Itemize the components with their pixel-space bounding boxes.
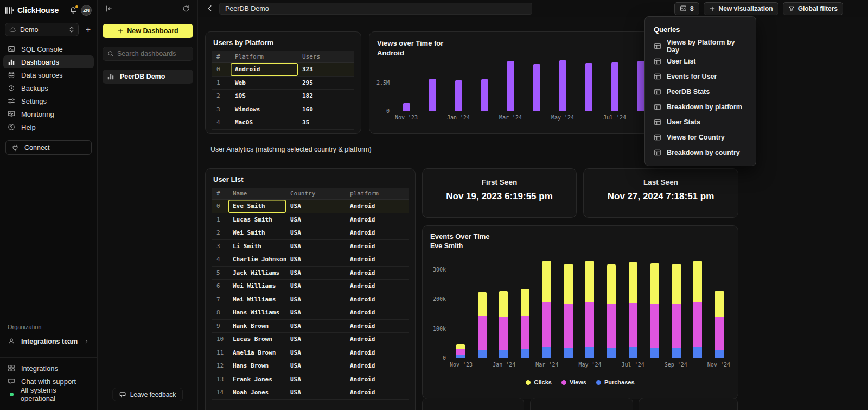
table-row[interactable]: 1Lucas SmithUSAAndroid (212, 213, 409, 227)
table-cell[interactable]: USA (286, 320, 346, 333)
table-cell[interactable]: Android (346, 200, 409, 213)
table-cell[interactable]: USA (286, 253, 346, 266)
table-cell[interactable]: USA (286, 226, 346, 239)
table-row[interactable]: 2iOS182 (212, 90, 354, 103)
add-workspace-button[interactable]: + (84, 25, 92, 35)
legend-item-clicks[interactable]: Clicks (526, 379, 551, 386)
table-cell[interactable]: Lucas Brown (228, 333, 286, 346)
search-input[interactable] (117, 50, 188, 58)
query-menu-item-views-for-country[interactable]: Views for Country (645, 130, 756, 145)
table-cell[interactable]: Android (346, 359, 409, 373)
table-cell[interactable]: Wei Williams (228, 280, 286, 293)
visualizations-count-button[interactable]: 8 (674, 2, 699, 15)
new-visualization-button[interactable]: New visualization (704, 2, 778, 15)
table-cell[interactable]: 323 (298, 63, 354, 76)
table-cell[interactable]: Android (346, 386, 409, 399)
query-menu-item-events-for-user[interactable]: Events for User (645, 69, 756, 84)
query-menu-item-user-stats[interactable]: User Stats (645, 115, 756, 130)
table-cell[interactable]: Android (346, 346, 409, 359)
sidebar-item-data-sources[interactable]: Data sources (3, 68, 94, 81)
table-row[interactable]: 1Web295 (212, 77, 354, 90)
table-cell[interactable]: USA (286, 333, 346, 346)
table-row[interactable]: 12Hans BrownUSAAndroid (212, 359, 409, 373)
sidebar-item-backups[interactable]: Backups (3, 81, 94, 94)
table-cell[interactable]: Android (346, 213, 409, 226)
table-cell[interactable]: Android (346, 373, 409, 386)
query-menu-item-peerdb-stats[interactable]: PeerDB Stats (645, 84, 756, 99)
table-cell[interactable]: USA (286, 293, 346, 306)
sidebar-item-monitoring[interactable]: Monitoring (3, 108, 94, 121)
sidebar-item-dashboards[interactable]: Dashboards (3, 55, 94, 68)
sidebar-item-integrations-team[interactable]: Integrations team (3, 335, 94, 349)
table-row[interactable]: 0Android323 (212, 63, 354, 77)
collapse-panel-icon[interactable] (105, 5, 113, 12)
table-row[interactable]: 14Noah JonesUSAAndroid (212, 386, 409, 400)
table-cell[interactable]: Android (346, 280, 409, 293)
table-cell[interactable]: Android (231, 63, 298, 76)
global-filters-button[interactable]: Global filters (783, 2, 843, 15)
connect-button[interactable]: Connect (5, 140, 92, 155)
leave-feedback-button[interactable]: Leave feedback (113, 388, 183, 401)
table-cell[interactable]: Lucas Smith (228, 213, 286, 226)
dashboard-title-input[interactable] (219, 3, 532, 15)
table-row[interactable]: 9Hank BrownUSAAndroid (212, 320, 409, 333)
table-cell[interactable]: Amelia Brown (228, 346, 286, 359)
table-row[interactable]: 8Hans WilliamsUSAAndroid (212, 306, 409, 320)
sidebar-item-help[interactable]: Help (3, 121, 94, 134)
refresh-icon[interactable] (182, 5, 190, 12)
table-cell[interactable]: Android (346, 306, 409, 319)
legend-item-purchases[interactable]: Purchases (596, 379, 635, 386)
table-cell[interactable]: USA (286, 280, 346, 293)
dashboard-list-item[interactable]: PeerDB Demo (103, 70, 193, 84)
table-cell[interactable]: Hank Brown (228, 320, 286, 333)
sidebar-item-all-systems-operational[interactable]: All systems operational (3, 388, 94, 401)
table-cell[interactable]: USA (286, 373, 346, 386)
sidebar-item-integrations[interactable]: Integrations (3, 362, 94, 375)
table-cell[interactable]: Android (346, 267, 409, 280)
legend-item-views[interactable]: Views (561, 379, 586, 386)
table-cell[interactable]: iOS (231, 90, 298, 103)
table-row[interactable]: 2Wei SmithUSAAndroid (212, 226, 409, 240)
table-cell[interactable]: Android (346, 293, 409, 306)
sidebar-item-settings[interactable]: Settings (3, 94, 94, 108)
query-menu-item-breakdown-by-country[interactable]: Breakdown by country (645, 145, 756, 160)
table-cell[interactable]: USA (286, 346, 346, 359)
table-row[interactable]: 4Charlie JohnsonUSAAndroid (212, 253, 409, 267)
table-row[interactable]: 11Amelia BrownUSAAndroid (212, 346, 409, 360)
table-cell[interactable]: USA (286, 386, 346, 399)
workspace-select[interactable]: Demo (5, 23, 79, 36)
table-cell[interactable]: Windows (231, 103, 298, 116)
table-row[interactable]: 6Wei WilliamsUSAAndroid (212, 280, 409, 293)
notifications-bell-icon[interactable] (69, 7, 77, 14)
table-cell[interactable]: 182 (298, 90, 354, 103)
table-row[interactable]: 5Jack WilliamsUSAAndroid (212, 267, 409, 280)
new-dashboard-button[interactable]: New Dashboard (103, 24, 193, 38)
table-cell[interactable]: MacOS (231, 116, 298, 129)
table-cell[interactable]: Frank Jones (228, 373, 286, 386)
table-cell[interactable]: Android (346, 240, 409, 253)
table-cell[interactable]: Mei Williams (228, 293, 286, 306)
table-cell[interactable]: USA (286, 213, 346, 226)
table-row[interactable]: 0Eve SmithUSAAndroid (212, 200, 409, 213)
table-row[interactable]: 13Frank JonesUSAAndroid (212, 373, 409, 387)
table-cell[interactable]: Android (346, 226, 409, 239)
table-cell[interactable]: Li Smith (228, 240, 286, 253)
table-row[interactable]: 10Lucas BrownUSAAndroid (212, 333, 409, 346)
table-cell[interactable]: Hans Williams (228, 306, 286, 319)
avatar[interactable]: ZN (81, 5, 92, 16)
table-row[interactable]: 4MacOS35 (212, 116, 354, 130)
sidebar-item-sql-console[interactable]: SQL Console (3, 42, 94, 55)
table-row[interactable]: 3Li SmithUSAAndroid (212, 240, 409, 254)
table-cell[interactable]: USA (286, 267, 346, 280)
table-cell[interactable]: 295 (298, 77, 354, 90)
table-cell[interactable]: 160 (298, 103, 354, 116)
table-row[interactable]: 7Mei WilliamsUSAAndroid (212, 293, 409, 307)
table-cell[interactable]: USA (286, 240, 346, 253)
table-cell[interactable]: Eve Smith (228, 200, 286, 213)
table-cell[interactable]: Web (231, 77, 298, 90)
table-cell[interactable]: USA (286, 306, 346, 319)
table-cell[interactable]: Charlie Johnson (228, 253, 286, 266)
query-menu-item-views-by-platform-by-day[interactable]: Views by Platform by Day (645, 39, 756, 54)
query-menu-item-user-list[interactable]: User List (645, 54, 756, 69)
table-cell[interactable]: USA (286, 359, 346, 373)
